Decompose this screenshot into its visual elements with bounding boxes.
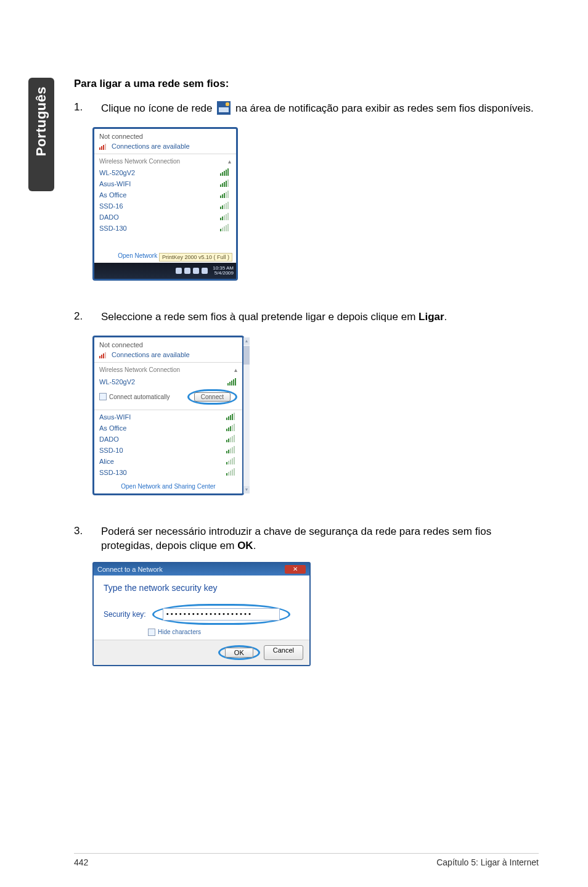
signal-icon [220, 191, 231, 199]
network-item[interactable]: SSD-16 [94, 200, 236, 212]
signal-icon [220, 213, 231, 221]
svg-rect-20 [222, 205, 223, 209]
scrollbar[interactable]: ▴ ▾ [243, 337, 250, 493]
network-item[interactable]: Asus-WIFI [94, 178, 236, 189]
network-name: WL-520gV2 [99, 169, 135, 176]
scroll-down-icon[interactable]: ▾ [243, 486, 250, 493]
step-number: 3. [74, 525, 101, 537]
page-number: 442 [74, 857, 88, 867]
network-name: Alice [99, 458, 114, 465]
step1-text-a: Clique no ícone de rede [101, 102, 215, 114]
flyout-available-label: Connections are available [112, 142, 190, 150]
svg-rect-64 [228, 461, 229, 464]
svg-rect-28 [227, 213, 229, 220]
selected-network[interactable]: WL-520gV2 Connect automatically Connect [94, 376, 242, 408]
network-flyout: Not connected Connections are available … [92, 127, 238, 281]
security-key-input[interactable]: •••••••••••••••••••• [163, 608, 280, 621]
network-item[interactable]: As Office [94, 423, 242, 434]
svg-rect-41 [233, 379, 234, 386]
svg-rect-39 [229, 382, 231, 386]
network-flyout-connect: ▴ ▾ Not connected Connections are availa… [92, 336, 244, 495]
page-footer: 442 Capítulo 5: Ligar à Internet [74, 853, 539, 867]
ok-button[interactable]: OK [225, 648, 253, 658]
close-button[interactable]: ✕ [285, 565, 306, 574]
signal-icon [226, 446, 237, 455]
selected-network-name: WL-520gV2 [99, 378, 135, 387]
flyout-status: Not connected [99, 133, 231, 140]
step-text: Seleccione a rede sem fios à qual preten… [101, 310, 539, 324]
tray-icon [184, 268, 190, 274]
svg-rect-17 [226, 192, 227, 198]
svg-rect-61 [232, 447, 233, 453]
svg-rect-58 [226, 451, 227, 453]
svg-rect-6 [224, 171, 225, 176]
step2-text-a: Seleccione a rede sem fios à qual preten… [101, 311, 419, 323]
step3-bold: OK [237, 540, 253, 551]
step2-text-b: . [444, 311, 447, 323]
taskbar-date: 5/4/2009 [213, 271, 234, 276]
svg-rect-5 [222, 172, 223, 176]
network-item[interactable]: SSD-10 [94, 445, 242, 456]
language-tab-label: Português [33, 86, 49, 156]
svg-rect-32 [226, 225, 227, 231]
network-item[interactable]: DADO [94, 434, 242, 445]
svg-rect-51 [232, 425, 233, 431]
svg-rect-65 [230, 460, 231, 464]
signal-icon [227, 378, 237, 387]
network-item[interactable]: Asus-WIFI [94, 411, 242, 423]
svg-rect-7 [226, 170, 227, 176]
connect-auto-checkbox[interactable] [99, 393, 107, 400]
scroll-up-icon[interactable]: ▴ [243, 337, 250, 345]
svg-rect-62 [234, 446, 235, 453]
security-key-dialog: Connect to a Network ✕ Type the network … [92, 562, 311, 666]
step3-text-b: . [253, 540, 256, 551]
network-name: DADO [99, 435, 119, 443]
step2-bold: Ligar [419, 311, 444, 323]
svg-rect-15 [222, 194, 223, 198]
network-name: SSD-130 [99, 469, 127, 476]
open-network-center-link[interactable]: Open Network and Sharing Center [94, 478, 242, 493]
signal-icon [220, 168, 231, 177]
cancel-button[interactable]: Cancel [264, 645, 303, 660]
network-tray-icon [217, 101, 231, 115]
network-item[interactable]: DADO [94, 212, 236, 223]
svg-rect-26 [224, 215, 225, 220]
network-item[interactable]: SSD-130 [94, 223, 236, 234]
signal-icon [226, 435, 237, 444]
signal-icon [220, 202, 231, 210]
svg-rect-14 [220, 196, 221, 198]
network-item[interactable]: WL-520gV2 [94, 167, 236, 178]
svg-rect-52 [234, 424, 235, 431]
scroll-thumb[interactable] [243, 346, 250, 365]
svg-rect-69 [228, 472, 229, 476]
network-item[interactable]: As Office [94, 189, 236, 200]
connect-button[interactable]: Connect [194, 392, 231, 402]
svg-rect-29 [220, 229, 221, 231]
network-name: Asus-WIFI [99, 180, 131, 188]
tooltip: PrintKey 2000 v5.10 ( Full ) [159, 253, 232, 262]
dialog-prompt: Type the network security key [104, 583, 300, 593]
network-item[interactable]: SSD-130 [94, 467, 242, 478]
hide-characters-checkbox[interactable] [148, 629, 155, 636]
step-number: 1. [74, 101, 101, 113]
svg-rect-4 [220, 173, 221, 176]
language-tab: Português [28, 78, 54, 191]
svg-rect-50 [230, 426, 231, 431]
highlight-ellipse: OK [218, 645, 260, 660]
network-name: As Office [99, 191, 126, 199]
svg-rect-19 [220, 207, 221, 209]
svg-rect-71 [232, 469, 233, 476]
tray-icon [176, 268, 182, 274]
network-item[interactable]: Alice [94, 456, 242, 467]
connect-auto-label: Connect automatically [109, 394, 169, 400]
network-name: SSD-16 [99, 202, 123, 210]
svg-rect-2 [103, 145, 104, 150]
step-text: Clique no ícone de rede na área de notif… [101, 101, 539, 116]
svg-rect-46 [232, 414, 233, 420]
svg-rect-54 [228, 439, 229, 442]
main-content: Para ligar a uma rede sem fios: 1. Cliqu… [74, 78, 539, 666]
svg-rect-21 [224, 204, 225, 209]
svg-rect-24 [220, 218, 221, 220]
svg-rect-36 [103, 353, 104, 358]
signal-icon [99, 351, 108, 358]
